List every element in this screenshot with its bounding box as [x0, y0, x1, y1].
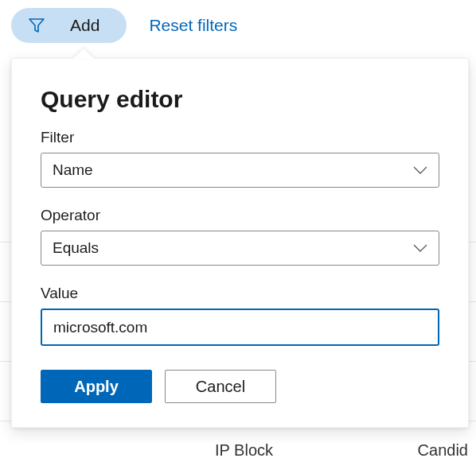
reset-filters-link[interactable]: Reset filters: [149, 16, 237, 35]
chevron-down-icon: [413, 243, 427, 253]
operator-label: Operator: [41, 207, 439, 224]
column-header: IP Block: [215, 441, 273, 458]
filter-select[interactable]: Name: [41, 153, 439, 188]
value-label: Value: [41, 285, 439, 302]
add-filter-label: Add: [70, 16, 99, 35]
button-row: Apply Cancel: [41, 370, 439, 403]
filter-icon: [29, 17, 45, 33]
panel-title: Query editor: [41, 86, 439, 113]
operator-select[interactable]: Equals: [41, 231, 439, 266]
operator-select-value: Equals: [53, 239, 99, 257]
cancel-button[interactable]: Cancel: [165, 370, 276, 403]
toolbar: Add Reset filters: [0, 0, 476, 51]
value-input[interactable]: [41, 309, 439, 346]
background-footer: IP Block Candid: [0, 441, 476, 458]
column-header: Candid: [418, 441, 468, 458]
query-editor-panel: Query editor Filter Name Operator Equals…: [11, 58, 469, 428]
apply-button[interactable]: Apply: [41, 370, 152, 403]
add-filter-button[interactable]: Add: [11, 8, 127, 43]
filter-field-group: Filter Name: [41, 129, 439, 188]
filter-label: Filter: [41, 129, 439, 146]
filter-select-value: Name: [53, 161, 93, 179]
chevron-down-icon: [413, 165, 427, 175]
operator-field-group: Operator Equals: [41, 207, 439, 266]
value-field-group: Value: [41, 285, 439, 346]
callout-pointer: [73, 49, 94, 59]
